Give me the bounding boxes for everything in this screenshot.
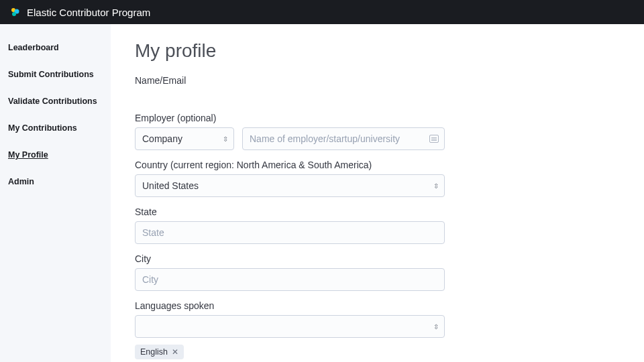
employer-name-placeholder: Name of employer/startup/university: [250, 133, 400, 144]
country-value: United States: [142, 180, 199, 191]
state-input[interactable]: State: [135, 221, 445, 244]
country-label: Country (current region: North America &…: [135, 160, 620, 170]
languages-label: Languages spoken: [135, 300, 620, 311]
sidebar-item-submit-contributions[interactable]: Submit Contributions: [8, 64, 111, 84]
sidebar-item-admin[interactable]: Admin: [8, 172, 111, 192]
employer-type-value: Company: [142, 133, 182, 144]
sidebar-item-validate-contributions[interactable]: Validate Contributions: [8, 91, 111, 111]
main-content: My profile Name/Email Employer (optional…: [111, 24, 644, 362]
sidebar-item-my-profile[interactable]: My Profile: [8, 145, 111, 165]
app-title: Elastic Contributor Program: [27, 7, 150, 18]
elastic-logo-icon: [9, 7, 20, 17]
city-placeholder: City: [142, 274, 158, 285]
language-tag: English ✕: [135, 345, 184, 359]
language-tag-label: English: [140, 347, 168, 357]
close-icon[interactable]: ✕: [172, 347, 178, 357]
chevron-sort-icon: ⇳: [433, 182, 439, 190]
chevron-sort-icon: ⇳: [433, 323, 439, 330]
employer-type-select[interactable]: Company ⇳: [135, 127, 234, 150]
chevron-sort-icon: ⇳: [223, 135, 228, 143]
sidebar-item-leaderboard[interactable]: Leaderboard: [8, 38, 111, 58]
page-title: My profile: [135, 40, 620, 62]
sidebar: Leaderboard Submit Contributions Validat…: [0, 24, 111, 362]
city-input[interactable]: City: [135, 268, 445, 291]
state-placeholder: State: [142, 227, 164, 238]
state-label: State: [135, 206, 620, 217]
autofill-icon: [429, 135, 439, 143]
svg-point-2: [12, 12, 16, 16]
languages-select[interactable]: ⇳: [135, 315, 445, 338]
sidebar-item-my-contributions[interactable]: My Contributions: [8, 118, 111, 138]
app-header: Elastic Contributor Program: [0, 0, 644, 24]
name-email-label: Name/Email: [135, 75, 620, 86]
employer-name-input[interactable]: Name of employer/startup/university: [242, 127, 445, 150]
city-label: City: [135, 253, 620, 264]
country-select[interactable]: United States ⇳: [135, 174, 445, 197]
employer-label: Employer (optional): [135, 113, 620, 123]
